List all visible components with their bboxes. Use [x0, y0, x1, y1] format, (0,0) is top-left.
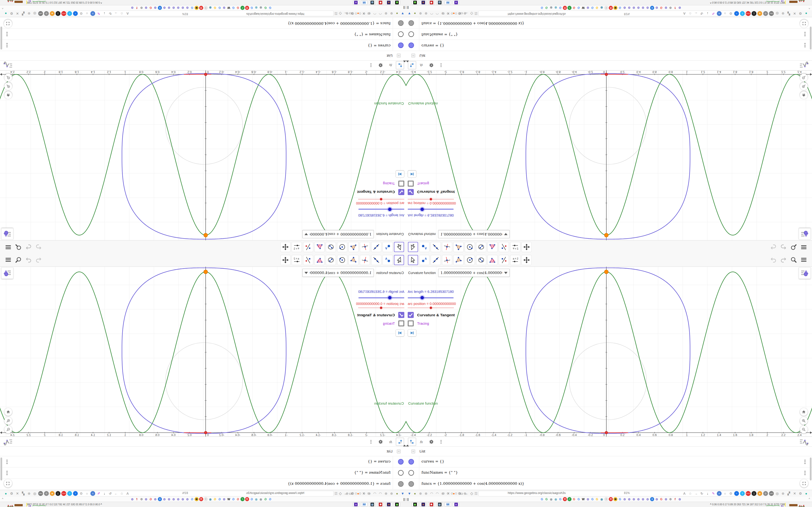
taskbar-app-monitor-app[interactable]: ▤: [437, 502, 443, 507]
zoom-out-button[interactable]: [800, 426, 808, 433]
tool-line-button[interactable]: [430, 255, 441, 265]
browser-action-icon-14[interactable]: D: [763, 491, 768, 496]
browser-action-icon-9[interactable]: +: [734, 11, 739, 16]
bookmark-favicon-6[interactable]: ✓: [241, 6, 245, 10]
bookmark-favicon-17[interactable]: G: [618, 6, 622, 10]
extension-icon-1[interactable]: ●: [395, 491, 400, 496]
tool-conic-through-points-button[interactable]: [476, 242, 486, 252]
browser-action-icon-14[interactable]: D: [44, 11, 49, 16]
chevron-up-icon[interactable]: ^: [2, 6, 3, 10]
bookmark-favicon-28[interactable]: ⚙: [668, 497, 672, 501]
bookmark-favicon-28[interactable]: ⚙: [668, 6, 672, 10]
bookmark-favicon-20[interactable]: ✿: [176, 497, 180, 501]
chevron-up-icon[interactable]: ^: [2, 497, 3, 501]
step-forward-button[interactable]: [408, 329, 416, 337]
browser-action-icon-19[interactable]: ✕: [792, 11, 797, 16]
bookmark-favicon-16[interactable]: ▨: [195, 6, 199, 10]
zoom-in-button[interactable]: [800, 417, 808, 425]
tool-perpendicular-line-button[interactable]: [442, 255, 452, 265]
browser-action-icon-5[interactable]: ✎: [711, 11, 716, 16]
url-text[interactable]: https://www.geogebra.org/classic/aagcxh3…: [246, 491, 304, 495]
folder-icon[interactable]: ▭: [349, 11, 352, 16]
taskbar-app-mask-app[interactable]: ●: [353, 0, 359, 5]
extension-icon-3[interactable]: ⊕: [424, 491, 428, 496]
tool-slider-button[interactable]: a = 2: [510, 242, 520, 252]
bookmark-favicon-1[interactable]: G: [545, 497, 549, 501]
browser-action-icon-3[interactable]: ↻: [699, 11, 704, 16]
tool-slider-button[interactable]: a = 2: [510, 255, 520, 265]
extension-icon-0[interactable]: ▼: [407, 491, 412, 496]
bookmark-favicon-18[interactable]: ✿: [622, 6, 627, 10]
bookmark-favicon-6[interactable]: ✓: [241, 497, 245, 501]
browser-action-icon-1[interactable]: ☆: [119, 11, 124, 16]
bookmark-favicon-5[interactable]: Я: [245, 6, 249, 10]
taskbar-app-monitor-app[interactable]: ▤: [437, 0, 443, 5]
bookmark-favicon-21[interactable]: ✿: [171, 6, 176, 10]
bookmark-favicon-11[interactable]: G: [591, 6, 595, 10]
bookmark-favicon-23[interactable]: ✿: [162, 6, 166, 10]
bookmark-favicon-14[interactable]: i: [604, 6, 608, 10]
function-dropdown[interactable]: 1.000000000000 + cos(4.000000000000 x): [438, 269, 510, 277]
visibility-toggle-circle[interactable]: [398, 43, 404, 48]
tool-move-graphics-view-button[interactable]: [521, 255, 532, 265]
browser-action-icon-8[interactable]: ⚙: [79, 11, 84, 16]
taskbar-app-save-64[interactable]: 64: [445, 502, 451, 507]
taskbar-app-settings-app[interactable]: ✱: [377, 0, 384, 5]
url-text[interactable]: https://www.geogebra.org/classic/aagcxh3…: [246, 12, 304, 16]
extension-icon-4[interactable]: ◠: [429, 11, 434, 16]
row-kebab-menu-icon[interactable]: [803, 32, 807, 37]
browser-action-icon-20[interactable]: ⚙: [798, 491, 803, 496]
tree-view-button[interactable]: [408, 61, 416, 69]
extension-icon-2[interactable]: ⊕: [389, 11, 394, 16]
tool-point-button[interactable]: A: [383, 242, 393, 252]
bookmark-favicon-23[interactable]: ✿: [646, 6, 650, 10]
bookmark-favicon-25[interactable]: ✿: [655, 497, 659, 501]
bookmark-favicon-2[interactable]: ◉: [259, 497, 263, 501]
browser-action-icon-4[interactable]: ↓: [705, 491, 710, 496]
bookmark-favicon-26[interactable]: G: [149, 6, 153, 10]
bookmark-favicon-3[interactable]: ◉: [554, 6, 558, 10]
bookmark-favicon-9[interactable]: W: [581, 497, 585, 501]
visibility-toggle-circle[interactable]: [408, 470, 414, 475]
tool-conic-through-points-button[interactable]: [476, 255, 486, 265]
graphics-view[interactable]: -2.4-2.2-2-1.8-1.6-1.4-1.2-1-0.8-0.6-0.4…: [406, 70, 812, 240]
tool-move-button[interactable]: [394, 255, 404, 265]
list-group-row[interactable]: – List: [406, 447, 812, 456]
tool-line-button[interactable]: [371, 242, 382, 252]
visibility-toggle-circle[interactable]: [408, 459, 414, 464]
browser-action-icon-2[interactable]: →: [114, 491, 118, 496]
taskbar-app-console-app[interactable]: ▣: [394, 0, 400, 5]
bookmark-favicon-13[interactable]: ◉: [600, 6, 604, 10]
browser-action-icon-11[interactable]: ICE: [746, 11, 751, 16]
bookmark-favicon-24[interactable]: ●: [158, 6, 162, 10]
bookmark-favicon-27[interactable]: ✿: [664, 6, 668, 10]
bookmark-favicon-9[interactable]: W: [227, 6, 231, 10]
panel-resize-handle[interactable]: [406, 445, 409, 446]
bookmark-favicon-4[interactable]: G: [558, 6, 562, 10]
tool-move-button[interactable]: [394, 242, 404, 252]
redo-icon[interactable]: [25, 257, 32, 264]
step-forward-button[interactable]: [396, 329, 404, 337]
extension-icon-1[interactable]: ●: [412, 491, 417, 496]
function-dropdown[interactable]: 1.000000000000 + cos(4.000000000000 x): [302, 230, 374, 238]
bookmark-favicon-15[interactable]: Я: [199, 497, 203, 501]
tracing-checkbox[interactable]: [398, 320, 404, 326]
bookmark-favicon-2[interactable]: ◉: [549, 497, 553, 501]
bookmark-favicon-5[interactable]: Я: [245, 497, 249, 501]
curvature-tangent-checkbox[interactable]: [398, 189, 404, 195]
tool-perpendicular-line-button[interactable]: [360, 255, 370, 265]
browser-action-icon-16[interactable]: ◎: [775, 491, 779, 496]
tool-slider-button[interactable]: a = 2: [292, 242, 302, 252]
graphics-view[interactable]: -2.4-2.2-2-1.8-1.6-1.4-1.2-1-0.8-0.6-0.4…: [406, 267, 812, 437]
visibility-toggle-circle[interactable]: [398, 470, 404, 475]
curvature-tangent-checkbox[interactable]: [408, 189, 414, 195]
taskbar-app-console-app[interactable]: ▣: [412, 0, 418, 5]
tool-polygon-button[interactable]: [349, 255, 359, 265]
extension-icon-2[interactable]: ⊕: [389, 491, 394, 496]
back-arrow-icon[interactable]: ←: [465, 491, 469, 495]
bookmark-favicon-22[interactable]: ✿: [641, 497, 645, 501]
curvature-tangent-checkbox[interactable]: [408, 312, 414, 318]
browser-action-icon-7[interactable]: ○: [723, 11, 727, 16]
browser-action-icon-1[interactable]: ☆: [688, 491, 693, 496]
bookmark-favicon-28[interactable]: ⚙: [140, 6, 144, 10]
